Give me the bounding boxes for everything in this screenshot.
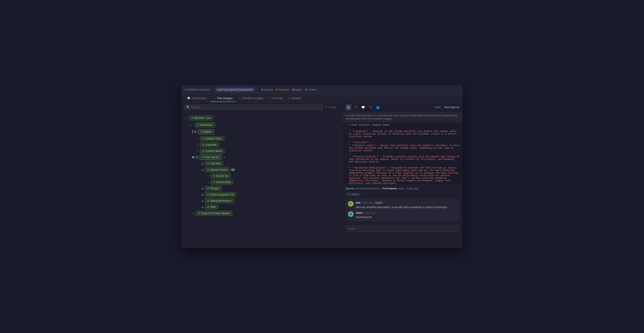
dot-fuel-injector-left xyxy=(192,156,194,158)
node-nozzle-body[interactable]: # Nozzle Body xyxy=(210,180,233,185)
reply-placeholder: Reply... xyxy=(348,227,357,230)
right-toolbar: ⊞ ✎ 💬 ⋲ 👥 Node › Fuel Injector xyxy=(342,103,462,112)
code-content-function: * **Function** : xyxy=(349,141,462,144)
version-info: ⏱ 1.1 ▶ ⋯ xyxy=(325,106,340,109)
tree-container: # Machine - Car # Powertrain xyxy=(184,115,340,216)
code-line-delivers: * **Delivers Fuel** : Sprays fuel direct… xyxy=(342,144,462,152)
node-powertrain-label: Powertrain xyxy=(200,123,212,126)
tabs-bar: 💬 Conversation ⋱ Tree changes ⊙ Workflow… xyxy=(182,94,462,103)
toolbar-users-btn[interactable]: 👥 xyxy=(374,104,380,110)
node-fuel-injector[interactable]: # Fuel Injector xyxy=(200,155,222,160)
tree-row-engine-air-intake: # Engine Air Intake System xyxy=(184,211,340,216)
merged-icon: ⊕ xyxy=(288,97,291,100)
tab-workflow-changes[interactable]: ⊙ Workflow changes xyxy=(236,95,266,102)
collapse-button[interactable]: ⇅ Collapse xyxy=(346,192,361,196)
expand-em-coil[interactable]: ▶ xyxy=(202,194,204,196)
node-spring-mechanism[interactable]: # Spring Mechanism xyxy=(204,198,234,203)
code-content-delivers: * **Delivers Fuel** : Sprays fuel direct… xyxy=(349,144,462,152)
code-line-function: * **Function** : xyxy=(342,141,462,144)
expand-spring[interactable]: ▶ xyxy=(202,200,204,202)
avatar-bob: R xyxy=(348,201,354,207)
dot-camshaft xyxy=(197,144,198,146)
node-cylinder-block[interactable]: # Cylinder Block xyxy=(200,148,224,154)
node-injector-nozzle-label: Injector Nozzle xyxy=(210,168,227,171)
version-arrow: ▶ xyxy=(334,106,336,109)
node-fuel-inlet[interactable]: # Fuel Inlet xyxy=(204,161,224,166)
expand-injector-nozzle[interactable]: ▶ xyxy=(202,169,204,171)
code-line-empty3 xyxy=(342,163,462,166)
expand-plunger[interactable]: ▶ xyxy=(202,187,204,190)
code-line-1: 1 # Fuel Injector (Sample Node) xyxy=(342,123,462,127)
code-line-optimized: * **Optimized Atomization** : Designed t… xyxy=(342,166,462,184)
comment-body-mario: mario 2 days ago Sounds good! xyxy=(356,211,457,219)
node-engine[interactable]: # Engine xyxy=(198,129,214,134)
node-fuel-injector-label: Fuel Injector xyxy=(205,156,219,159)
node-electromagnetic-coil[interactable]: # Electromagnetic Coil xyxy=(204,192,236,197)
node-machine-car[interactable]: # Machine - Car xyxy=(189,115,213,121)
tree-row-nozzle-body: # Nozzle Body xyxy=(184,180,340,185)
breadcrumb-current: Add Fuel Injector Components xyxy=(216,87,254,92)
breadcrumb-right: Node › Fuel Injector xyxy=(435,106,460,109)
more-options-icon[interactable]: ⋯ xyxy=(337,106,340,109)
code-line-empty1 xyxy=(342,138,462,141)
injector-nozzle-badge: 7 xyxy=(231,168,235,171)
external-link-icon[interactable]: ↗ xyxy=(223,156,226,159)
version-number: 1.1 xyxy=(329,106,332,109)
node-engine-air-intake[interactable]: # Engine Air Intake System xyxy=(196,211,233,216)
conflict-dot xyxy=(305,89,307,90)
app-window: Contribution Requests → Add Fuel Injecto… xyxy=(182,85,462,248)
node-filter[interactable]: # Filter xyxy=(204,205,218,210)
breadcrumb-arrow: → xyxy=(212,88,214,91)
badge-created: Created xyxy=(262,88,273,91)
breadcrumb-node-current[interactable]: Fuel Injector xyxy=(444,106,460,109)
tab-commits-label: Commits xyxy=(272,97,282,100)
node-powertrain[interactable]: # Powertrain xyxy=(195,122,215,127)
node-engine-air-intake-label: Engine Air Intake System xyxy=(201,212,230,215)
expand-fuel-inlet[interactable]: ▶ xyxy=(202,162,204,165)
tree-toolbar: 🔍 Search ⏱ 1.1 ▶ ⋯ xyxy=(182,103,342,112)
node-cylinder-head[interactable]: # Cylinder Head xyxy=(200,136,224,141)
code-editor: 1 # Fuel Injector (Sample Node) 2 * **Lo… xyxy=(342,122,462,184)
node-cylinder-head-label: Cylinder Head xyxy=(206,137,222,140)
tree-row-fuel-injector: # Fuel Injector ↗ xyxy=(184,155,340,160)
tab-commits[interactable]: ≡ Commits xyxy=(266,95,285,102)
collapse-icon: ⇅ xyxy=(347,193,349,195)
status-badges: Created Removed Edited Conflict xyxy=(262,88,316,91)
toolbar-grid-btn[interactable]: ⊞ xyxy=(346,104,352,110)
created-dot xyxy=(262,89,263,90)
node-nozzle-tip[interactable]: # Nozzle Tip xyxy=(210,173,231,179)
toolbar-branch-btn[interactable]: ⋲ xyxy=(367,104,373,110)
tree-row-cylinder-block: # Cylinder Block xyxy=(184,148,340,154)
search-box[interactable]: 🔍 Search xyxy=(184,104,323,110)
node-injector-nozzle[interactable]: # Injector Nozzle xyxy=(204,167,230,172)
tab-conversation-label: Conversation xyxy=(192,97,207,100)
reply-box[interactable]: Reply... xyxy=(346,225,460,232)
node-camshaft-label: Camshaft xyxy=(206,143,216,146)
right-panel: ⊞ ✎ 💬 ⋲ 👥 Node › Fuel Injector Currently… xyxy=(342,103,462,248)
comment-header-mario: mario 2 days ago xyxy=(356,211,457,214)
tab-tree-changes[interactable]: ⋱ Tree changes xyxy=(210,95,236,102)
node-machine-car-label: Machine - Car xyxy=(194,116,210,119)
node-camshaft[interactable]: # Camshaft xyxy=(200,142,219,147)
comment-bob: R bob 9 days ago edited ··· Here we simp… xyxy=(348,201,457,209)
node-electromagnetic-coil-label: Electromagnetic Coil xyxy=(210,193,234,196)
tab-conversation[interactable]: 💬 Conversation xyxy=(184,95,210,102)
toolbar-icons: ⊞ ✎ 💬 ⋲ 👥 xyxy=(346,104,380,110)
comment-mario: M mario 2 days ago Sounds good! xyxy=(348,211,457,219)
node-plunger[interactable]: # Plunger xyxy=(204,186,222,191)
breadcrumb-root[interactable]: Contribution Requests xyxy=(185,88,210,91)
comment-body-bob: bob 9 days ago edited ··· Here we simpli… xyxy=(356,201,457,209)
dot-engine-air-intake xyxy=(192,212,194,214)
tree-row-camshaft: # Camshaft xyxy=(184,142,340,147)
code-line-3: 3 * **Precise Control** : Provides preci… xyxy=(342,155,462,163)
node-engine-label: Engine xyxy=(203,130,211,133)
expand-filter[interactable]: ▶ xyxy=(202,206,204,208)
comment-actions-bob[interactable]: ··· xyxy=(454,201,457,205)
toolbar-chat-btn[interactable]: 💬 xyxy=(360,104,366,110)
toolbar-edit-btn[interactable]: ✎ xyxy=(353,104,359,110)
tree-row-filter: ▶ # Filter xyxy=(184,205,340,210)
removed-dot xyxy=(276,89,278,90)
edited-dot xyxy=(292,89,294,90)
badge-removed-label: Removed xyxy=(279,88,289,91)
tab-merged[interactable]: ⊕ Merged xyxy=(285,95,304,102)
